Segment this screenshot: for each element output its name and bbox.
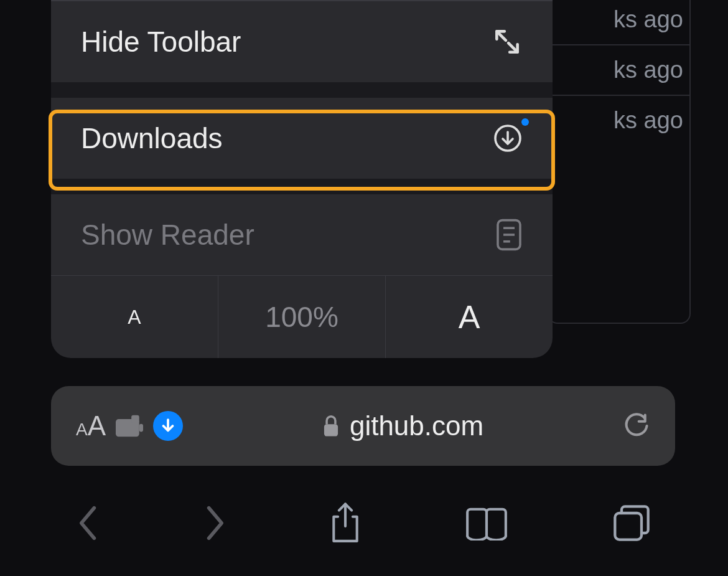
bg-row: ks ago xyxy=(549,44,689,95)
expand-arrows-icon xyxy=(492,26,523,57)
new-downloads-dot xyxy=(521,118,529,126)
reload-icon[interactable] xyxy=(623,410,650,441)
bookmarks-button[interactable] xyxy=(464,506,509,541)
menu-item-label: Hide Toolbar xyxy=(81,25,241,59)
bg-row: ks ago xyxy=(549,0,689,44)
svg-rect-9 xyxy=(615,513,642,540)
downloads-item[interactable]: Downloads xyxy=(51,98,553,179)
zoom-out-button[interactable]: A xyxy=(51,276,218,358)
tabs-button[interactable] xyxy=(612,503,651,543)
text-size-button[interactable]: AA xyxy=(76,410,106,441)
menu-item-label: Show Reader xyxy=(81,218,254,252)
bg-row: ks ago xyxy=(549,95,689,145)
menu-separator xyxy=(51,179,553,194)
svg-rect-7 xyxy=(139,424,143,432)
zoom-row: A 100% A xyxy=(51,275,553,358)
show-reader-item[interactable]: Show Reader xyxy=(51,194,553,275)
address-bar-right xyxy=(623,410,650,441)
bottom-toolbar xyxy=(0,486,728,560)
url-text: github.com xyxy=(350,410,483,441)
share-button[interactable] xyxy=(329,502,362,544)
address-bar-url[interactable]: github.com xyxy=(183,410,623,441)
extensions-icon[interactable] xyxy=(116,415,143,437)
background-panel: ks ago ks ago ks ago xyxy=(548,0,691,324)
address-bar-left: AA xyxy=(76,410,183,441)
address-bar[interactable]: AA github.com xyxy=(51,386,675,466)
lock-icon xyxy=(322,415,340,437)
reader-icon xyxy=(495,218,523,252)
page-settings-menu: Hide Toolbar Downloads Show Reader xyxy=(51,0,553,358)
forward-button[interactable] xyxy=(203,504,226,542)
zoom-in-button[interactable]: A xyxy=(385,276,553,358)
back-button[interactable] xyxy=(77,504,100,542)
svg-rect-6 xyxy=(131,415,139,423)
hide-toolbar-item[interactable]: Hide Toolbar xyxy=(51,1,553,82)
svg-rect-8 xyxy=(324,424,338,436)
download-circle-icon xyxy=(493,123,523,153)
zoom-level[interactable]: 100% xyxy=(218,276,385,358)
menu-separator xyxy=(51,82,553,98)
menu-item-label: Downloads xyxy=(81,121,223,155)
downloads-indicator-icon[interactable] xyxy=(153,411,183,441)
